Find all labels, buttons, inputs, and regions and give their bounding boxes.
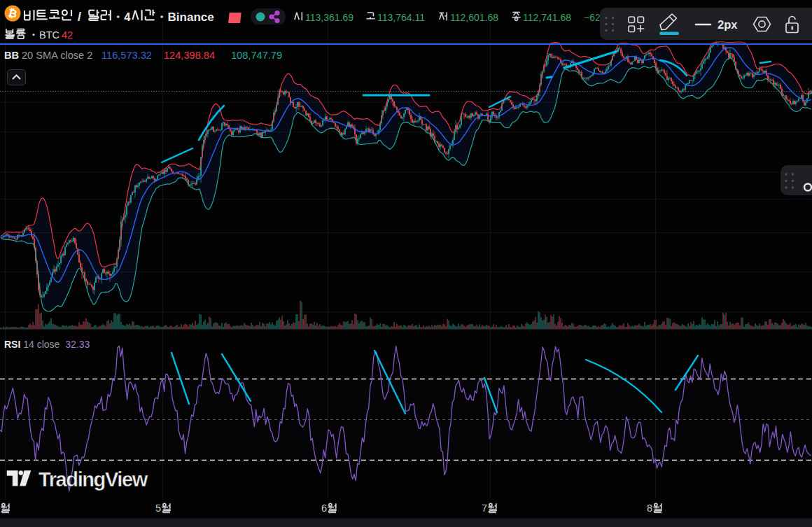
svg-text:8: 8 xyxy=(647,503,652,514)
svg-text:/: / xyxy=(78,10,81,24)
svg-text:113,764.11: 113,764.11 xyxy=(377,12,425,23)
svg-text:TradingView: TradingView xyxy=(38,468,148,491)
svg-text:42: 42 xyxy=(62,29,73,41)
svg-text:112,741.68: 112,741.68 xyxy=(523,12,571,23)
svg-text:5: 5 xyxy=(155,503,161,514)
svg-text:112,601.68: 112,601.68 xyxy=(450,12,498,23)
svg-text:Binance: Binance xyxy=(168,10,214,24)
svg-text:113,361.69: 113,361.69 xyxy=(305,12,354,23)
svg-text:−62: −62 xyxy=(584,12,601,23)
svg-text:7: 7 xyxy=(482,503,487,514)
svg-text:4: 4 xyxy=(124,10,131,23)
svg-text:6: 6 xyxy=(321,503,327,514)
svg-text:2px: 2px xyxy=(718,18,738,31)
svg-text:BTC: BTC xyxy=(39,29,59,41)
